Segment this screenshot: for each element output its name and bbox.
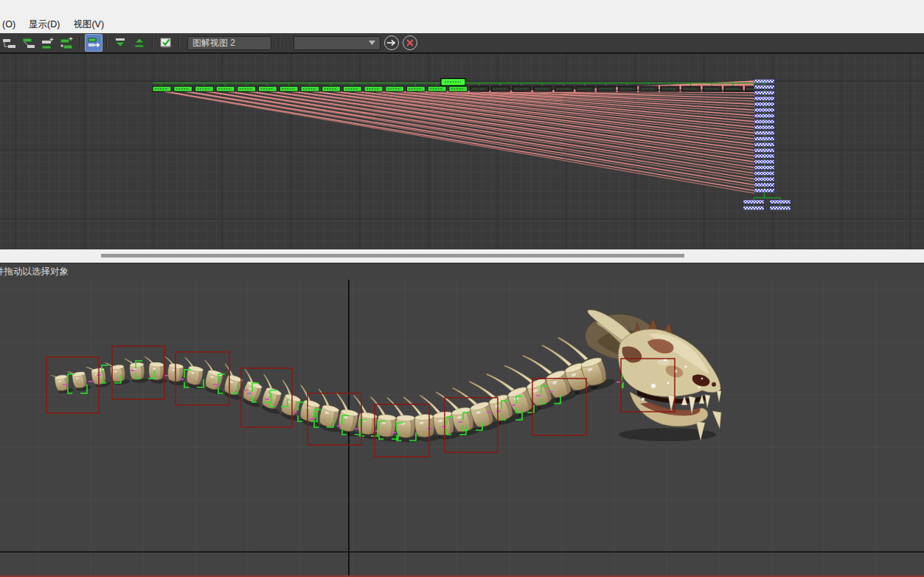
move-children-icon	[87, 36, 100, 49]
bone-node-selected[interactable]	[754, 154, 774, 158]
collapse-selected-button[interactable]	[111, 34, 129, 52]
display-preferences-button[interactable]	[157, 34, 175, 52]
window-title-strip	[0, 0, 924, 15]
schematic-toolbar: 图解视图 2	[0, 33, 924, 54]
bone-node-selected[interactable]	[754, 80, 774, 83]
menu-item-view[interactable]: 视图(V)	[66, 16, 111, 33]
bone-node-selected[interactable]	[754, 148, 774, 152]
close-schematic-button[interactable]	[403, 35, 417, 50]
bone-node-selected[interactable]	[754, 125, 774, 129]
bone-node-selected[interactable]	[770, 207, 791, 210]
bone-node-selected[interactable]	[754, 189, 774, 193]
schematic-node-column	[754, 80, 774, 198]
arrow-right-icon	[387, 39, 396, 46]
bone-node-selected[interactable]	[754, 103, 774, 106]
bone-node-selected[interactable]	[754, 137, 774, 141]
3dsmax-app: { "menu_bar": { "items": [ {"label": "(O…	[0, 0, 924, 577]
close-x-icon	[406, 39, 414, 46]
schematic-canvas[interactable]	[0, 54, 924, 249]
bone-node-selected[interactable]	[754, 183, 774, 187]
free-all-icon	[60, 36, 74, 49]
view-name-field[interactable]: 图解视图 2	[187, 36, 271, 50]
bone-node-selected[interactable]	[754, 131, 774, 135]
collapse-selected-icon	[114, 36, 127, 49]
bone-node-selected[interactable]	[770, 200, 791, 204]
expand-selected-button[interactable]	[131, 34, 148, 52]
bone-node-selected[interactable]	[754, 142, 774, 146]
bone-node-selected[interactable]	[754, 114, 774, 117]
toolbar-separator	[279, 36, 280, 49]
arrange-children-button[interactable]	[1, 34, 18, 52]
bookmark-dropdown[interactable]	[293, 36, 381, 50]
viewport-status-bar: 并拖动以选择对象	[0, 263, 924, 280]
pan-to-selected-button[interactable]	[384, 35, 399, 50]
toolbar-separator	[106, 36, 108, 49]
bone-node-selected[interactable]	[754, 166, 774, 170]
bone-node-selected[interactable]	[754, 108, 774, 112]
move-children-button[interactable]	[85, 34, 103, 52]
menu-bar: (O) 显示(D) 视图(V)	[0, 15, 924, 33]
bone-node-selected[interactable]	[754, 160, 774, 164]
bone-node-selected[interactable]	[754, 120, 774, 123]
free-selected-button[interactable]	[39, 34, 57, 52]
bone-node-selected[interactable]	[754, 177, 774, 181]
bone-node-selected[interactable]	[754, 91, 774, 94]
free-selected-icon	[41, 36, 55, 49]
chevron-down-icon	[369, 41, 375, 45]
horizontal-scrollbar-thumb[interactable]	[101, 254, 684, 258]
free-all-button[interactable]	[58, 34, 76, 52]
schematic-node-row	[153, 86, 764, 91]
toolbar-separator	[80, 36, 81, 49]
menu-item-options[interactable]: (O)	[0, 17, 22, 32]
expand-selected-icon	[133, 36, 146, 49]
bone-node-selected[interactable]	[754, 85, 774, 89]
view-name-value: 图解视图 2	[192, 37, 235, 49]
pane-divider	[0, 249, 924, 263]
display-preferences-icon	[159, 36, 173, 49]
arrange-selected-icon	[22, 36, 35, 49]
arrange-children-icon	[3, 36, 16, 49]
bone-node-selected[interactable]	[754, 171, 774, 175]
arrange-selected-button[interactable]	[20, 34, 38, 52]
status-prompt-text: 并拖动以选择对象	[0, 266, 69, 278]
perspective-viewport[interactable]	[0, 280, 924, 577]
menu-item-display[interactable]: 显示(D)	[22, 16, 66, 33]
bone-node-selected[interactable]	[743, 200, 764, 204]
toolbar-separator	[152, 36, 153, 49]
toolbar-separator	[178, 36, 180, 49]
bone-node-selected[interactable]	[754, 97, 774, 100]
bone-node-selected[interactable]	[743, 207, 764, 210]
